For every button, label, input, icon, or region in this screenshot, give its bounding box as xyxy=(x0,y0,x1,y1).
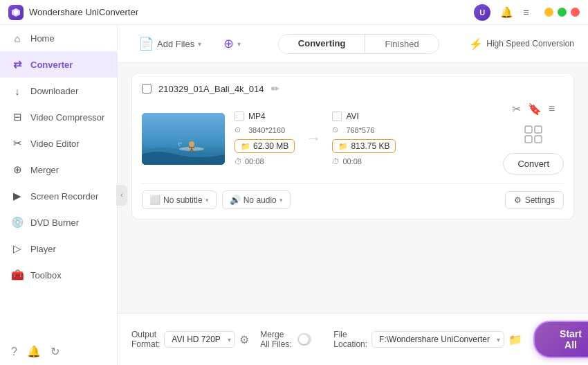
svg-rect-11 xyxy=(525,136,532,143)
file-location-label: File Location: xyxy=(333,330,367,349)
file-edit-icon[interactable]: ✏ xyxy=(271,83,279,94)
notification-icon[interactable]: 🔔 xyxy=(27,345,41,358)
sidebar-footer: ? 🔔 ↻ xyxy=(0,338,117,365)
settings-icon: ⚙ xyxy=(514,195,522,205)
sidebar-label-converter: Converter xyxy=(30,60,73,70)
sidebar-item-toolbox[interactable]: 🧰 Toolbox xyxy=(0,262,117,288)
audio-selector[interactable]: 🔊 No audio ▾ xyxy=(222,190,291,209)
audio-arrow: ▾ xyxy=(279,197,283,204)
source-resolution: 3840*2160 xyxy=(248,126,285,134)
sidebar-item-screen-recorder[interactable]: ▶ Screen Recorder xyxy=(0,183,117,209)
target-clock-icon: ⏱ xyxy=(332,157,340,166)
target-size: 813.75 KB xyxy=(351,141,389,151)
maximize-button[interactable] xyxy=(558,8,567,17)
sidebar-item-video-compressor[interactable]: ⊟ Video Compressor xyxy=(0,104,117,130)
file-location-select-wrapper: F:\Wondershare UniConverter xyxy=(371,331,504,348)
sidebar-item-video-editor[interactable]: ✂ Video Editor xyxy=(0,130,117,157)
source-resolution-row: ⊙ 3840*2160 xyxy=(235,125,295,135)
merge-toggle-switch[interactable] xyxy=(297,333,311,346)
sidebar-label-editor: Video Editor xyxy=(30,139,80,149)
sidebar-item-dvd-burner[interactable]: 💿 DVD Burner xyxy=(0,209,117,235)
file-card-body: MP4 ⊙ 3840*2160 📁 62.30 MB ⏱ xyxy=(142,103,564,175)
file-target: AVI ⊙ 768*576 📁 813.75 KB ⏱ xyxy=(332,112,396,166)
tab-converting[interactable]: Converting xyxy=(279,35,366,53)
audio-icon: 🔊 xyxy=(230,195,241,205)
tab-finished[interactable]: Finished xyxy=(365,35,438,53)
start-all-button[interactable]: Start All xyxy=(533,321,588,358)
add-files-label: Add Files xyxy=(157,39,194,49)
output-format-field: Output Format: AVI HD 720P MP4 MKV ⚙ xyxy=(131,330,249,349)
file-location-field: File Location: F:\Wondershare UniConvert… xyxy=(333,330,522,349)
sidebar: ⌂ Home ⇄ Converter ↓ Downloader ⊟ Video … xyxy=(0,25,118,365)
output-format-select[interactable]: AVI HD 720P MP4 MKV xyxy=(164,331,235,348)
target-size-box: 📁 813.75 KB xyxy=(332,139,396,153)
svg-rect-12 xyxy=(535,136,542,143)
close-button[interactable] xyxy=(571,8,580,17)
compress-icon[interactable] xyxy=(523,124,544,145)
source-folder-icon: 📁 xyxy=(241,142,250,151)
subtitle-selector[interactable]: ⬜ No subtitle ▾ xyxy=(142,190,217,209)
sidebar-collapse-button[interactable]: ‹ xyxy=(116,185,127,206)
toolbar: 📄 Add Files ▾ ⊕ ▾ Converting Finished ⚡ … xyxy=(118,25,588,63)
source-format-checkbox xyxy=(235,112,244,121)
help-icon[interactable]: ? xyxy=(11,346,17,358)
downloader-icon: ↓ xyxy=(11,84,24,97)
minimize-button[interactable] xyxy=(544,8,553,17)
cut-icon[interactable]: ✂ xyxy=(512,103,521,116)
compress-icon-wrapper xyxy=(523,124,544,148)
file-area: 210329_01A_Bali_4k_014 ✏ xyxy=(118,63,588,313)
sidebar-label-player: Player xyxy=(30,244,56,254)
source-duration: 00:08 xyxy=(245,157,264,166)
convert-arrow: → xyxy=(306,130,321,148)
file-card: 210329_01A_Bali_4k_014 ✏ xyxy=(131,73,574,220)
file-location-select[interactable]: F:\Wondershare UniConverter xyxy=(371,331,504,348)
output-format-icon[interactable]: ⚙ xyxy=(239,333,249,346)
target-resolution: 768*576 xyxy=(346,126,374,134)
player-icon: ▷ xyxy=(11,242,24,255)
sidebar-label-compressor: Video Compressor xyxy=(30,112,104,123)
main-layout: ⌂ Home ⇄ Converter ↓ Downloader ⊟ Video … xyxy=(0,25,588,365)
user-avatar[interactable]: U xyxy=(474,4,490,21)
source-clock-icon: ⏱ xyxy=(235,157,242,166)
file-thumbnail xyxy=(142,113,225,165)
bookmark-icon[interactable]: 🔖 xyxy=(528,103,542,116)
home-icon: ⌂ xyxy=(11,32,24,44)
sidebar-item-downloader[interactable]: ↓ Downloader xyxy=(0,78,117,104)
tabs-wrapper: Converting Finished xyxy=(256,34,461,54)
speed-icon: ⚡ xyxy=(469,37,483,51)
add-more-button[interactable]: ⊕ ▾ xyxy=(217,32,248,55)
edit-icons-row: ✂ 🔖 ≡ xyxy=(512,103,555,116)
target-format: AVI xyxy=(346,112,358,121)
file-card-header: 210329_01A_Bali_4k_014 ✏ xyxy=(142,83,564,94)
sidebar-label-dvd: DVD Burner xyxy=(30,217,79,228)
source-format: MP4 xyxy=(248,112,266,121)
target-format-row: AVI xyxy=(332,112,396,121)
list-icon[interactable]: ≡ xyxy=(549,103,555,116)
sidebar-item-player[interactable]: ▷ Player xyxy=(0,235,117,262)
file-name: 210329_01A_Bali_4k_014 xyxy=(158,84,264,94)
app-title: Wondershare UniConverter xyxy=(29,7,474,17)
logo-icon xyxy=(11,8,21,17)
settings-button[interactable]: ⚙ Settings xyxy=(505,191,564,209)
target-resolution-row: ⊙ 768*576 xyxy=(332,125,396,135)
refresh-icon[interactable]: ↻ xyxy=(50,345,59,358)
file-checkbox[interactable] xyxy=(142,84,151,94)
high-speed-conversion[interactable]: ⚡ High Speed Conversion xyxy=(469,37,574,51)
file-info-section: MP4 ⊙ 3840*2160 📁 62.30 MB ⏱ xyxy=(235,112,488,166)
sidebar-item-merger[interactable]: ⊕ Merger xyxy=(0,157,117,183)
speed-label: High Speed Conversion xyxy=(486,39,574,48)
sidebar-label-toolbox: Toolbox xyxy=(30,270,62,281)
folder-browse-icon[interactable]: 📁 xyxy=(508,333,522,346)
menu-icon[interactable]: ≡ xyxy=(523,6,529,18)
bell-icon[interactable]: 🔔 xyxy=(500,6,513,19)
convert-button[interactable]: Convert xyxy=(503,153,564,175)
source-size: 62.30 MB xyxy=(253,141,288,151)
toggle-knob xyxy=(299,335,309,344)
sidebar-item-converter[interactable]: ⇄ Converter xyxy=(0,51,117,78)
app-logo xyxy=(8,5,24,20)
sidebar-item-home[interactable]: ⌂ Home xyxy=(0,25,117,51)
source-res-icon: ⊙ xyxy=(235,125,244,135)
add-files-button[interactable]: 📄 Add Files ▾ xyxy=(131,32,208,55)
add-files-icon: 📄 xyxy=(138,36,154,51)
thumbnail-image xyxy=(142,113,225,165)
